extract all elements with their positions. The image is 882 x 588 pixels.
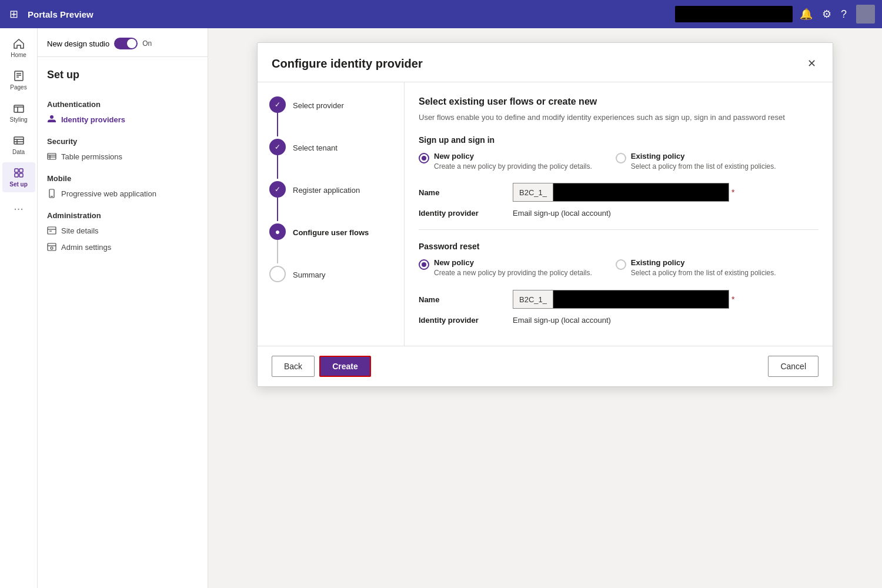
nav-item-data[interactable]: Data <box>2 130 35 160</box>
svg-point-26 <box>51 247 53 249</box>
new-design-toggle[interactable] <box>114 38 138 49</box>
icon-nav: Home Pages Styling D <box>0 28 38 588</box>
dialog-body: ✓ Select provider ✓ <box>258 82 833 346</box>
back-button[interactable]: Back <box>272 356 315 377</box>
content-area: Configure identity provider ✕ ✓ Select p <box>208 28 882 588</box>
bell-icon[interactable]: 🔔 <box>800 8 813 21</box>
cancel-button[interactable]: Cancel <box>768 356 818 377</box>
configure-identity-provider-dialog: Configure identity provider ✕ ✓ Select p <box>257 42 833 387</box>
section-authentication: Authentication <box>38 95 208 111</box>
password-existing-policy-radio[interactable] <box>616 259 626 270</box>
signup-idp-row: Identity provider Email sign-up (local a… <box>419 209 818 218</box>
password-existing-policy-text: Existing policy Select a policy from the… <box>631 258 776 278</box>
sidebar-label-pwa: Progressive web application <box>61 189 156 198</box>
signup-new-policy-radio[interactable] <box>419 153 429 163</box>
sidebar-item-admin-settings[interactable]: Admin settings <box>38 239 208 255</box>
user-avatar[interactable] <box>856 5 875 24</box>
nav-more[interactable]: ... <box>2 199 35 213</box>
nav-item-home[interactable]: Home <box>2 33 35 63</box>
signup-idp-value: Email sign-up (local account) <box>513 209 611 218</box>
step-label-3: Register application <box>293 183 360 195</box>
password-new-policy-desc: Create a new policy by providing the pol… <box>434 268 592 278</box>
step-label-4: Configure user flows <box>293 226 369 237</box>
sidebar-item-identity-providers[interactable]: Identity providers <box>38 111 208 128</box>
nav-item-pages[interactable]: Pages <box>2 65 35 95</box>
signup-existing-policy-option[interactable]: Existing policy Select a policy from the… <box>616 152 776 172</box>
app-title: Portals Preview <box>28 9 668 19</box>
password-reset-section-title: Password reset <box>419 242 818 251</box>
wizard-step-4-wrapper: ● Configure user flows <box>269 223 392 263</box>
signup-new-policy-option[interactable]: New policy Create a new policy by provid… <box>419 152 592 172</box>
sidebar-label-identity-providers: Identity providers <box>61 115 125 124</box>
signup-existing-policy-desc: Select a policy from the list of existin… <box>631 162 776 172</box>
step-circle-1: ✓ <box>269 96 286 113</box>
sidebar-setup-title: Set up <box>38 64 208 91</box>
signup-name-input-wrapper: B2C_1_ * <box>513 183 734 202</box>
step-label-2: Select tenant <box>293 141 338 152</box>
password-new-policy-radio[interactable] <box>419 259 429 270</box>
wizard-step-select-provider: ✓ Select provider <box>269 96 392 136</box>
sidebar-item-table-permissions[interactable]: Table permissions <box>38 148 208 165</box>
main-section-desc: User flows enable you to define and modi… <box>419 112 818 123</box>
nav-item-styling[interactable]: Styling <box>2 98 35 128</box>
sidebar-label-admin-settings: Admin settings <box>61 243 111 252</box>
section-mobile: Mobile <box>38 169 208 185</box>
help-icon[interactable]: ? <box>841 8 847 21</box>
sidebar-label-site-details: Site details <box>61 226 99 235</box>
password-name-input-wrapper: B2C_1_ * <box>513 290 734 309</box>
svg-rect-15 <box>48 153 56 159</box>
nav-label-pages: Pages <box>10 84 26 91</box>
main-section-title: Select existing user flows or create new <box>419 96 818 107</box>
gear-icon[interactable]: ⚙ <box>822 8 831 21</box>
wizard-steps: ✓ Select provider ✓ <box>258 82 405 346</box>
password-idp-value: Email sign-up (local account) <box>513 316 611 325</box>
svg-rect-7 <box>14 137 24 144</box>
wizard-step-summary: Summary <box>269 266 392 282</box>
nav-label-data: Data <box>12 149 25 155</box>
password-new-policy-option[interactable]: New policy Create a new policy by provid… <box>419 258 592 278</box>
password-existing-policy-desc: Select a policy from the list of existin… <box>631 268 776 278</box>
wizard-step-2-wrapper: ✓ Select tenant <box>269 139 392 179</box>
section-administration: Administration <box>38 206 208 222</box>
password-idp-row: Identity provider Email sign-up (local a… <box>419 316 818 325</box>
wizard-step-5-wrapper: Summary <box>269 266 392 282</box>
nav-item-setup[interactable]: Set up <box>2 162 35 192</box>
password-name-label: Name <box>419 295 513 304</box>
signup-existing-policy-radio[interactable] <box>616 153 626 163</box>
svg-rect-12 <box>19 169 23 172</box>
signup-name-input[interactable] <box>553 183 729 202</box>
password-new-policy-text: New policy Create a new policy by provid… <box>434 258 592 278</box>
signup-new-policy-label: New policy <box>434 152 592 161</box>
wizard-step-1-wrapper: ✓ Select provider <box>269 96 392 136</box>
wizard-step-configure-flows: ● Configure user flows <box>269 223 392 263</box>
signup-name-prefix: B2C_1_ <box>513 183 553 202</box>
signup-new-policy-desc: Create a new policy by providing the pol… <box>434 162 592 172</box>
step-circle-3: ✓ <box>269 181 286 198</box>
password-existing-policy-label: Existing policy <box>631 258 776 267</box>
password-new-policy-label: New policy <box>434 258 592 267</box>
sidebar-item-site-details[interactable]: Site details <box>38 222 208 239</box>
section-security: Security <box>38 132 208 148</box>
signup-name-required: * <box>731 188 734 197</box>
signup-name-row: Name B2C_1_ * <box>419 183 818 202</box>
signup-new-policy-text: New policy Create a new policy by provid… <box>434 152 592 172</box>
nav-label-styling: Styling <box>9 116 27 123</box>
dialog-close-button[interactable]: ✕ <box>805 55 818 72</box>
password-name-prefix: B2C_1_ <box>513 290 553 309</box>
password-existing-policy-option[interactable]: Existing policy Select a policy from the… <box>616 258 776 278</box>
new-design-toggle-area: New design studio On <box>47 38 152 49</box>
svg-rect-0 <box>15 71 23 81</box>
create-button[interactable]: Create <box>319 356 371 377</box>
topbar-icons: 🔔 ⚙ ? <box>800 5 875 24</box>
sidebar-item-pwa[interactable]: Progressive web application <box>38 185 208 202</box>
waffle-icon[interactable]: ⊞ <box>7 5 21 23</box>
footer-right: Cancel <box>768 356 818 377</box>
wizard-step-3-wrapper: ✓ Register application <box>269 181 392 221</box>
sidebar: New design studio On Set up Authenticati… <box>38 28 208 588</box>
password-name-input[interactable] <box>553 290 729 309</box>
signup-name-label: Name <box>419 188 513 197</box>
signup-idp-label: Identity provider <box>419 209 513 218</box>
sidebar-label-table-permissions: Table permissions <box>61 152 122 161</box>
toggle-state: On <box>142 39 152 48</box>
dialog-header: Configure identity provider ✕ <box>258 43 833 82</box>
